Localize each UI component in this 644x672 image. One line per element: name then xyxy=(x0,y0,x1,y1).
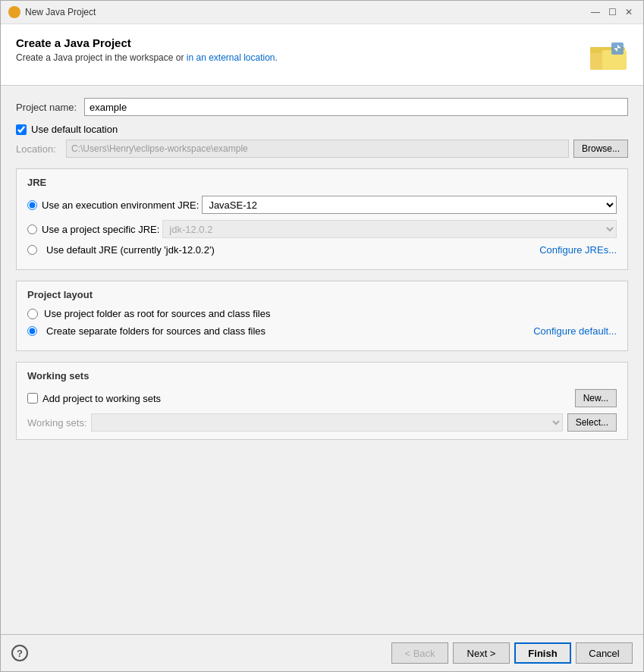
minimize-button[interactable]: — xyxy=(589,5,602,19)
title-bar: New Java Project — ☐ ✕ xyxy=(1,1,643,24)
help-button[interactable]: ? xyxy=(11,645,28,661)
footer-section: ? < Back Next > Finish Cancel xyxy=(1,634,643,671)
location-row: Location: Browse... xyxy=(16,140,628,158)
project-jre-select[interactable]: jdk-12.0.2 xyxy=(162,220,617,238)
use-default-location-row: Use default location xyxy=(16,124,628,135)
title-bar-left: New Java Project xyxy=(8,6,96,18)
default-jre-row: Use default JRE (currently 'jdk-12.0.2')… xyxy=(27,244,617,256)
dialog-title: Create a Java Project xyxy=(16,36,278,49)
exec-env-row: Use an execution environment JRE: JavaSE… xyxy=(27,196,617,214)
window-icon xyxy=(8,6,20,18)
project-name-input[interactable] xyxy=(84,98,628,116)
separate-folders-group: Create separate folders for sources and … xyxy=(27,325,265,337)
use-default-location-label[interactable]: Use default location xyxy=(31,124,118,135)
back-button[interactable]: < Back xyxy=(391,642,448,664)
working-sets-label: Working sets: xyxy=(27,417,91,429)
external-location-link[interactable]: in an external location xyxy=(187,52,275,63)
project-layout-title: Project layout xyxy=(27,289,617,300)
working-sets-section: Working sets Add project to working sets… xyxy=(16,362,628,440)
configure-default-link[interactable]: Configure default... xyxy=(533,325,617,337)
working-sets-title: Working sets xyxy=(27,370,617,382)
folder-icon xyxy=(589,36,628,73)
root-folder-row: Use project folder as root for sources a… xyxy=(27,308,617,319)
svg-rect-2 xyxy=(590,47,604,53)
browse-button[interactable]: Browse... xyxy=(573,140,628,158)
jre-section: JRE Use an execution environment JRE: Ja… xyxy=(16,168,628,270)
jre-section-title: JRE xyxy=(27,177,617,188)
separate-folders-row: Create separate folders for sources and … xyxy=(27,325,617,337)
project-layout-section: Project layout Use project folder as roo… xyxy=(16,281,628,351)
next-button[interactable]: Next > xyxy=(453,642,510,664)
header-text: Create a Java Project Create a Java proj… xyxy=(16,36,278,63)
add-working-set-label[interactable]: Add project to working sets xyxy=(42,393,575,404)
location-label: Location: xyxy=(16,143,61,155)
default-jre-label[interactable]: Use default JRE (currently 'jdk-12.0.2') xyxy=(46,244,215,256)
exec-env-label[interactable]: Use an execution environment JRE: xyxy=(42,199,199,211)
maximize-button[interactable]: ☐ xyxy=(605,5,619,19)
cancel-button[interactable]: Cancel xyxy=(576,642,633,664)
footer-buttons: < Back Next > Finish Cancel xyxy=(391,642,633,664)
project-name-label: Project name: xyxy=(16,102,84,113)
configure-jres-link[interactable]: Configure JREs... xyxy=(539,244,617,256)
root-folder-label[interactable]: Use project folder as root for sources a… xyxy=(44,308,270,319)
exec-env-select[interactable]: JavaSE-12 xyxy=(202,196,617,214)
header-section: Create a Java Project Create a Java proj… xyxy=(1,24,643,86)
add-working-set-checkbox[interactable] xyxy=(27,393,38,404)
dialog-subtitle: Create a Java project in the workspace o… xyxy=(16,52,278,63)
working-sets-row: Working sets: Select... xyxy=(27,413,617,432)
new-working-set-button[interactable]: New... xyxy=(575,389,617,407)
use-default-location-checkbox[interactable] xyxy=(16,124,27,135)
working-sets-select[interactable] xyxy=(91,413,563,432)
main-content: Project name: Use default location Locat… xyxy=(1,86,643,634)
header-icon xyxy=(589,36,628,76)
title-controls: — ☐ ✕ xyxy=(589,5,636,19)
root-folder-radio[interactable] xyxy=(27,309,38,319)
project-specific-row: Use a project specific JRE: jdk-12.0.2 xyxy=(27,220,617,238)
separate-folders-radio[interactable] xyxy=(27,326,37,336)
separate-folders-label[interactable]: Create separate folders for sources and … xyxy=(46,325,265,337)
add-working-set-row: Add project to working sets New... xyxy=(27,389,617,407)
default-jre-group: Use default JRE (currently 'jdk-12.0.2') xyxy=(27,244,215,256)
close-button[interactable]: ✕ xyxy=(622,5,636,19)
finish-button[interactable]: Finish xyxy=(514,642,571,664)
project-jre-radio[interactable] xyxy=(27,225,37,234)
default-jre-radio[interactable] xyxy=(27,245,37,255)
window: New Java Project — ☐ ✕ Create a Java Pro… xyxy=(0,0,644,672)
project-name-row: Project name: xyxy=(16,98,628,116)
select-working-set-button[interactable]: Select... xyxy=(567,413,617,432)
location-input[interactable] xyxy=(66,140,569,158)
project-jre-label[interactable]: Use a project specific JRE: xyxy=(42,224,159,235)
window-title: New Java Project xyxy=(25,7,96,17)
exec-env-radio[interactable] xyxy=(27,200,37,210)
